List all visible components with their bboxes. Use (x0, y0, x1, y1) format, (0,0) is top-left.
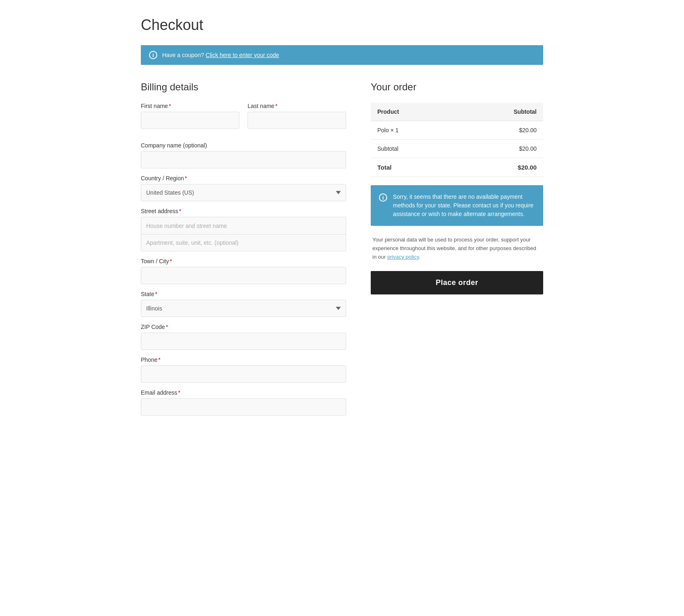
country-group: Country / Region* United States (US) (141, 175, 346, 201)
coupon-link[interactable]: Click here to enter your code (206, 52, 279, 58)
total-label: Total (371, 158, 455, 177)
email-label: Email address* (141, 389, 346, 396)
phone-group: Phone* (141, 356, 346, 383)
order-table: Product Subtotal Polo × 1 $20.00 Subtota… (371, 103, 543, 177)
order-heading: Your order (371, 81, 543, 93)
zip-label: ZIP Code* (141, 324, 346, 330)
email-input[interactable] (141, 398, 346, 416)
page-title: Checkout (141, 16, 543, 34)
phone-label: Phone* (141, 356, 346, 363)
first-name-group: First name* (141, 103, 239, 129)
street-inputs (141, 217, 346, 251)
total-value: $20.00 (455, 158, 543, 177)
city-group: Town / City* (141, 258, 346, 284)
privacy-notice: Your personal data will be used to proce… (371, 236, 543, 261)
coupon-text: Have a coupon? Click here to enter your … (162, 52, 279, 58)
coupon-info-icon: i (149, 51, 157, 59)
state-select[interactable]: Illinois (141, 300, 346, 317)
order-section: Your order Product Subtotal Polo × 1 $20… (371, 81, 543, 294)
state-group: State* Illinois (141, 291, 346, 317)
billing-heading: Billing details (141, 81, 346, 93)
first-name-input[interactable] (141, 112, 239, 129)
subtotal-value: $20.00 (455, 140, 543, 158)
place-order-button[interactable]: Place order (371, 271, 543, 294)
company-label: Company name (optional) (141, 142, 346, 149)
subtotal-label: Subtotal (371, 140, 455, 158)
payment-warning-text: Sorry, it seems that there are no availa… (393, 193, 535, 218)
phone-input[interactable] (141, 365, 346, 383)
privacy-policy-link[interactable]: privacy policy (387, 254, 419, 260)
first-name-label: First name* (141, 103, 239, 109)
total-row: Total $20.00 (371, 158, 543, 177)
company-group: Company name (optional) (141, 142, 346, 168)
payment-warning: i Sorry, it seems that there are no avai… (371, 185, 543, 226)
billing-section: Billing details First name* Last name* C… (141, 81, 346, 422)
country-label: Country / Region* (141, 175, 346, 182)
street-label: Street address* (141, 208, 346, 214)
order-item-row: Polo × 1 $20.00 (371, 121, 543, 140)
city-label: Town / City* (141, 258, 346, 264)
col-product: Product (371, 103, 455, 121)
subtotal-row: Subtotal $20.00 (371, 140, 543, 158)
email-group: Email address* (141, 389, 346, 416)
country-select[interactable]: United States (US) (141, 184, 346, 201)
col-subtotal: Subtotal (455, 103, 543, 121)
last-name-label: Last name* (248, 103, 346, 109)
last-name-input[interactable] (248, 112, 346, 129)
street-group: Street address* (141, 208, 346, 251)
zip-input[interactable] (141, 333, 346, 350)
zip-group: ZIP Code* (141, 324, 346, 350)
company-input[interactable] (141, 151, 346, 168)
city-input[interactable] (141, 267, 346, 284)
payment-warning-icon: i (379, 193, 387, 202)
last-name-group: Last name* (248, 103, 346, 129)
order-item-name: Polo × 1 (371, 121, 455, 140)
coupon-banner: i Have a coupon? Click here to enter you… (141, 45, 543, 65)
state-label: State* (141, 291, 346, 297)
street-address-input[interactable] (141, 217, 346, 234)
apartment-input[interactable] (141, 234, 346, 251)
order-item-price: $20.00 (455, 121, 543, 140)
